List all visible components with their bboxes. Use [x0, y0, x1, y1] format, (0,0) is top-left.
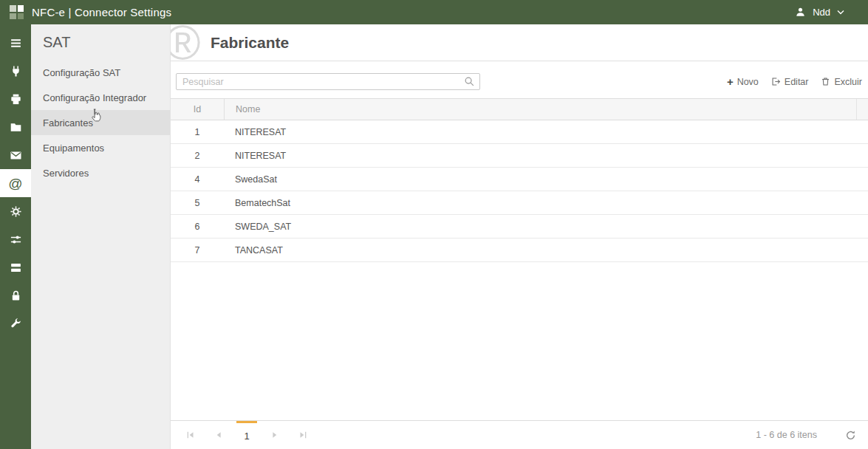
last-page-button[interactable]: [294, 421, 312, 449]
cell-id: 1: [171, 127, 224, 137]
menu-item-fabricantes[interactable]: Fabricantes: [31, 110, 170, 135]
next-page-button[interactable]: [266, 421, 284, 449]
header-spacer: [856, 99, 868, 120]
table-row[interactable]: 7TANCASAT: [171, 239, 868, 262]
fabricantes-grid: Id Nome 1NITERESAT2NITERESAT4SwedaSat5Be…: [171, 98, 868, 262]
table-row[interactable]: 5BematechSat: [171, 191, 868, 215]
cell-nome: SWEDA_SAT: [224, 222, 868, 232]
icon-rail: @: [0, 24, 31, 449]
cell-id: 4: [171, 174, 224, 185]
plus-icon: +: [727, 76, 734, 87]
printer-icon[interactable]: [0, 85, 31, 113]
trash-icon: [821, 77, 830, 86]
cell-nome: TANCASAT: [224, 245, 868, 256]
envelope-icon[interactable]: [0, 141, 31, 169]
cell-nome: BematechSat: [224, 198, 868, 208]
table-body: 1NITERESAT2NITERESAT4SwedaSat5BematechSa…: [171, 120, 868, 262]
search-input[interactable]: [176, 73, 480, 90]
chevron-down-icon: [837, 10, 844, 15]
search-icon: [464, 76, 475, 87]
menu-item-configuracao-sat[interactable]: Configuração SAT: [31, 60, 170, 85]
folder-icon[interactable]: [0, 113, 31, 141]
grid-header: Id Nome: [171, 99, 868, 120]
page-title: Fabricante: [211, 34, 289, 52]
user-icon: [795, 7, 806, 18]
table-row[interactable]: 1NITERESAT: [171, 120, 868, 144]
pager: 1 1 - 6 de 6 itens: [171, 420, 868, 449]
menu-panel: SAT Configuração SAT Configuração Integr…: [31, 24, 171, 449]
prev-page-button[interactable]: [210, 421, 228, 449]
gear-icon[interactable]: [0, 197, 31, 225]
plug-icon[interactable]: [0, 57, 31, 85]
table-row[interactable]: 2NITERESAT: [171, 144, 868, 168]
page-number-current[interactable]: 1: [236, 421, 257, 449]
main-content: ® Fabricante + Novo: [171, 24, 868, 449]
edit-icon: [771, 77, 781, 86]
table-row[interactable]: 4SwedaSat: [171, 168, 868, 191]
cell-nome: SwedaSat: [224, 174, 868, 185]
wrench-icon[interactable]: [0, 309, 31, 337]
excluir-button[interactable]: Excluir: [821, 77, 862, 87]
column-header-id[interactable]: Id: [171, 104, 224, 114]
menu-item-servidores[interactable]: Servidores: [31, 160, 170, 185]
cell-id: 7: [171, 245, 224, 256]
user-menu[interactable]: Ndd: [795, 7, 844, 18]
editar-button[interactable]: Editar: [771, 77, 809, 87]
sliders-icon[interactable]: [0, 225, 31, 253]
column-header-nome[interactable]: Nome: [224, 99, 856, 120]
first-page-button[interactable]: [182, 421, 199, 449]
cell-id: 5: [171, 198, 224, 208]
cell-id: 6: [171, 222, 224, 232]
cell-id: 2: [171, 151, 224, 161]
refresh-icon[interactable]: [845, 421, 856, 449]
topbar: NFC-e | Connector Settings Ndd: [0, 0, 868, 24]
at-icon[interactable]: @: [0, 169, 31, 197]
cell-nome: NITERESAT: [224, 151, 868, 161]
content-header: Fabricante: [171, 24, 868, 61]
menu-item-equipamentos[interactable]: Equipamentos: [31, 135, 170, 160]
menu-item-configuracao-integrador[interactable]: Configuração Integrador: [31, 85, 170, 110]
menu-panel-title: SAT: [31, 24, 170, 60]
menu-icon[interactable]: [0, 29, 31, 57]
queue-icon[interactable]: [0, 253, 31, 281]
lock-icon[interactable]: [0, 281, 31, 309]
pager-info: 1 - 6 de 6 itens: [756, 421, 817, 449]
user-name: Ndd: [813, 7, 830, 18]
app-title: NFC-e | Connector Settings: [32, 6, 171, 18]
table-row[interactable]: 6SWEDA_SAT: [171, 215, 868, 239]
app-logo-icon: [10, 5, 24, 19]
novo-button[interactable]: + Novo: [727, 76, 759, 87]
cell-nome: NITERESAT: [224, 127, 868, 137]
